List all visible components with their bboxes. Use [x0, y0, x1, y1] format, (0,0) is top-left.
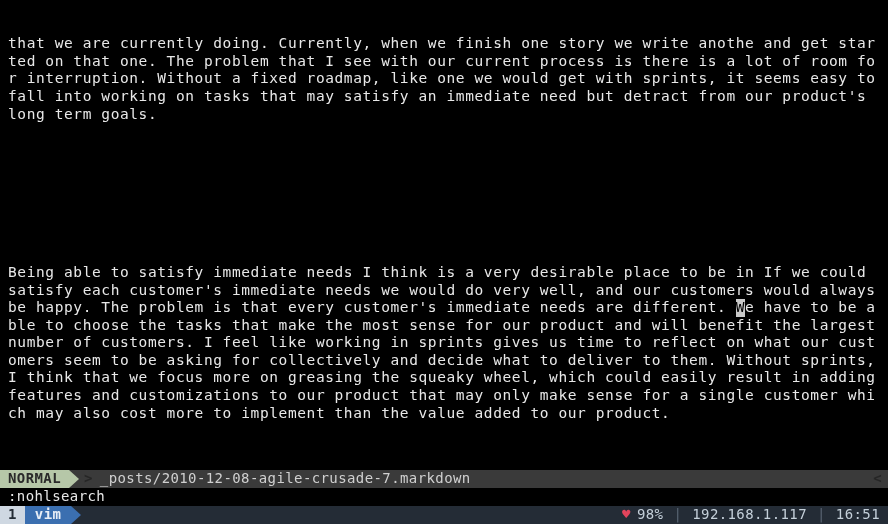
text-run: e have to be able to choose the tasks th… — [8, 299, 885, 421]
blank-line — [8, 158, 880, 176]
separator-pipe: | — [669, 506, 686, 524]
heart-icon: ♥ — [622, 506, 631, 524]
paragraph: Being able to satisfy immediate needs I … — [8, 264, 880, 422]
separator-icon — [69, 470, 79, 488]
separator-pipe: | — [813, 506, 830, 524]
paragraph: that we are currently doing. Currently, … — [8, 35, 880, 123]
command-text: :nohlsearch — [8, 488, 105, 506]
chevron-right-icon: > — [79, 470, 98, 488]
tmux-window-name[interactable]: vim — [25, 506, 72, 524]
clock: 16:51 — [836, 506, 880, 524]
vim-statusline: NORMAL > _posts/2010-12-08-agile-crusade… — [0, 470, 888, 488]
separator-icon — [71, 506, 81, 524]
tmux-statusbar: 1 vim ♥ 98% | 192.168.1.117 | 16:51 — [0, 506, 888, 524]
host-ip: 192.168.1.117 — [692, 506, 807, 524]
blank-line — [8, 211, 880, 229]
mode-indicator: NORMAL — [0, 470, 69, 488]
tmux-right-status: ♥ 98% | 192.168.1.117 | 16:51 — [622, 506, 888, 524]
cursor: W — [736, 299, 745, 317]
tmux-window-index[interactable]: 1 — [0, 506, 25, 524]
chevron-left-icon: < — [867, 470, 888, 488]
battery-percent: 98% — [637, 506, 664, 524]
file-path: _posts/2010-12-08-agile-crusade-7.markdo… — [98, 470, 867, 488]
text-buffer[interactable]: that we are currently doing. Currently, … — [0, 0, 888, 524]
vim-command-line[interactable]: :nohlsearch — [0, 488, 888, 506]
vim-editor-window: that we are currently doing. Currently, … — [0, 0, 888, 524]
